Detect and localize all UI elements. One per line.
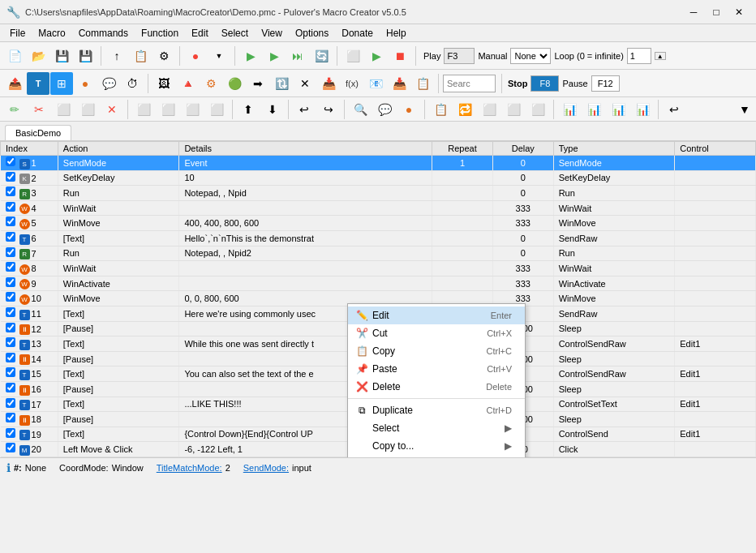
saveas-button[interactable]: 💾 [74, 45, 97, 67]
btn-e1[interactable]: ✏ [3, 98, 26, 121]
record-dropdown[interactable]: ▼ [208, 45, 230, 67]
btn-t11[interactable]: ➡ [247, 72, 269, 95]
btn-t16[interactable]: 📥 [388, 72, 410, 95]
btn-e10[interactable]: ⬆ [237, 98, 260, 121]
clipboard-button[interactable]: 📋 [129, 45, 152, 67]
btn-t17[interactable]: 📋 [411, 72, 434, 95]
btn-t12[interactable]: 🔃 [270, 72, 293, 95]
extra1-button[interactable]: ⬜ [341, 45, 364, 67]
context-menu-item-copy[interactable]: 📋CopyCtrl+C [348, 342, 525, 360]
context-menu-item-delete[interactable]: ❌DeleteDelete [348, 378, 525, 396]
btn-e5[interactable]: ✕ [101, 98, 123, 121]
table-row[interactable]: T6 [Text] Hello`,`n`nThis is the demonst… [1, 230, 756, 246]
row-checkbox[interactable] [6, 156, 15, 166]
btn-e25[interactable]: 📊 [631, 98, 654, 121]
record-button[interactable]: ● [184, 45, 207, 67]
move-up-button[interactable]: ↑ [105, 45, 128, 67]
settings-button[interactable]: ⚙ [152, 45, 175, 67]
btn-t5[interactable]: 💬 [97, 72, 120, 95]
btn-e4[interactable]: ⬜ [76, 98, 99, 121]
btn-e21[interactable]: ⬜ [526, 98, 549, 121]
menu-commands[interactable]: Commands [72, 26, 135, 41]
table-row[interactable]: S1 SendMode Event 1 0 SendMode [1, 156, 756, 171]
row-checkbox[interactable] [6, 216, 15, 226]
pause-key-input[interactable] [591, 75, 620, 92]
play-key-input[interactable] [444, 48, 475, 64]
btn-t9[interactable]: ⚙ [200, 72, 222, 95]
menu-function[interactable]: Function [135, 26, 185, 41]
btn-t1[interactable]: 📤 [3, 72, 26, 95]
context-menu-item-copy-to---[interactable]: Copy to...▶ [348, 437, 525, 455]
save-button[interactable]: 💾 [50, 45, 73, 67]
stop-key-input[interactable] [530, 75, 559, 92]
menu-donate[interactable]: Donate [335, 26, 380, 41]
table-row[interactable]: W8 WinWait 333 WinWait [1, 261, 756, 276]
manual-select[interactable]: None [510, 48, 551, 64]
btn-t15[interactable]: 📧 [364, 72, 387, 95]
play-button[interactable]: ▶ [239, 45, 262, 67]
btn-e20[interactable]: ⬜ [502, 98, 525, 121]
new-button[interactable]: 📄 [3, 45, 26, 67]
menu-select[interactable]: Select [215, 26, 255, 41]
row-checkbox[interactable] [6, 292, 15, 302]
send-mode-label[interactable]: SendMode: [243, 463, 289, 473]
repeat-button[interactable]: 🔄 [310, 45, 333, 67]
row-checkbox[interactable] [6, 172, 15, 182]
table-row[interactable]: K2 SetKeyDelay 10 0 SetKeyDelay [1, 170, 756, 186]
minimize-button[interactable]: ─ [683, 4, 704, 20]
menu-options[interactable]: Options [289, 26, 335, 41]
table-row[interactable]: W5 WinMove 400, 400, 800, 600 333 WinMov… [1, 216, 756, 231]
row-checkbox[interactable] [6, 277, 15, 287]
row-checkbox[interactable] [6, 367, 15, 377]
context-menu-item-select[interactable]: Select▶ [348, 419, 525, 437]
loop-input[interactable] [627, 48, 651, 64]
btn-e15[interactable]: 💬 [373, 98, 396, 121]
table-row[interactable]: W9 WinActivate 333 WinActivate [1, 276, 756, 291]
btn-e14[interactable]: 🔍 [349, 98, 372, 121]
play2-button[interactable]: ▶ [263, 45, 286, 67]
btn-e16[interactable]: ● [397, 98, 420, 121]
context-menu-item-duplicate[interactable]: ⧉DuplicateCtrl+D [348, 401, 525, 419]
menu-file[interactable]: File [3, 26, 32, 41]
btn-e9[interactable]: ⬜ [205, 98, 228, 121]
btn-e18[interactable]: 🔁 [453, 98, 476, 121]
row-checkbox[interactable] [6, 186, 15, 196]
table-row[interactable]: R7 Run Notepad, , Npid2 0 Run [1, 246, 756, 261]
row-checkbox[interactable] [6, 353, 15, 362]
btn-e3[interactable]: ⬜ [52, 98, 75, 121]
menu-view[interactable]: View [255, 26, 289, 41]
btn-e7[interactable]: ⬜ [157, 98, 179, 121]
table-row[interactable]: R3 Run Notepad, , Npid 0 Run [1, 186, 756, 201]
btn-e13[interactable]: ↪ [317, 98, 340, 121]
btn-fx[interactable]: f(x) [341, 72, 363, 95]
play3-button[interactable]: ⏭ [286, 45, 309, 67]
title-match-label[interactable]: TitleMatchMode: [157, 463, 222, 473]
btn-e8[interactable]: ⬜ [181, 98, 204, 121]
btn-e12[interactable]: ↩ [293, 98, 316, 121]
btn-e11[interactable]: ⬇ [261, 98, 284, 121]
row-checkbox[interactable] [6, 413, 15, 422]
row-checkbox[interactable] [6, 383, 15, 392]
btn-t6[interactable]: ⏱ [121, 72, 144, 95]
row-checkbox[interactable] [6, 337, 15, 347]
btn-t13[interactable]: ✕ [294, 72, 316, 95]
btn-e24[interactable]: 📊 [607, 98, 629, 121]
loop-up[interactable]: ▲ [655, 52, 666, 60]
btn-e19[interactable]: ⬜ [478, 98, 500, 121]
maximize-button[interactable]: □ [706, 4, 727, 20]
btn-t10[interactable]: 🟢 [223, 72, 246, 95]
row-checkbox[interactable] [6, 247, 15, 257]
menu-edit[interactable]: Edit [185, 26, 215, 41]
btn-t7[interactable]: 🖼 [152, 72, 175, 95]
close-button[interactable]: ✕ [728, 4, 750, 20]
context-menu-item-edit[interactable]: ✏️EditEnter [348, 307, 525, 324]
btn-e6[interactable]: ⬜ [132, 98, 155, 121]
dropdown-arrow[interactable]: ▼ [738, 98, 751, 121]
open-button[interactable]: 📂 [27, 45, 49, 67]
btn-t8[interactable]: 🔺 [176, 72, 199, 95]
row-checkbox[interactable] [6, 428, 15, 438]
row-checkbox[interactable] [6, 398, 15, 408]
table-row[interactable]: W4 WinWait 333 WinWait [1, 200, 756, 216]
btn-t4[interactable]: ● [74, 72, 97, 95]
context-menu-item-cut[interactable]: ✂️CutCtrl+X [348, 324, 525, 342]
